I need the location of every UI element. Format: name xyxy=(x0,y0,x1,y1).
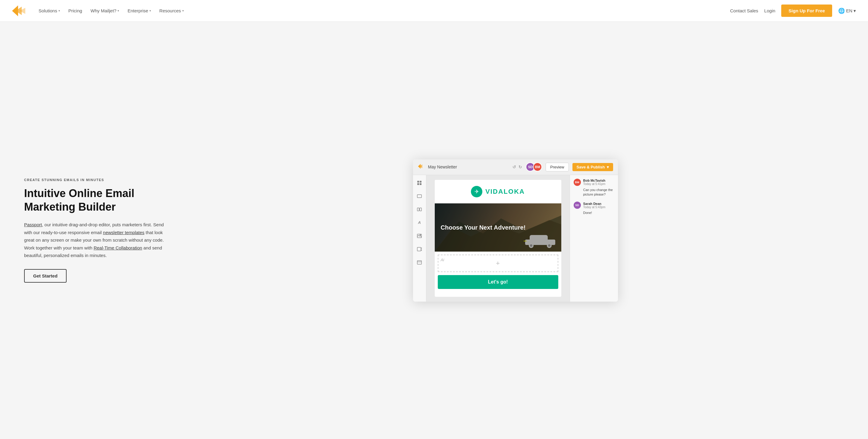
preview-button[interactable]: Preview xyxy=(546,163,568,171)
hero-left-content: CREATE STUNNING EMAILS IN MINUTES Intuit… xyxy=(24,178,169,283)
mockup-body: A xyxy=(413,175,618,302)
comment-timestamp: Today at 5:41pm xyxy=(583,182,614,186)
avatar-bm: BM xyxy=(533,162,542,171)
svg-rect-5 xyxy=(417,181,419,183)
comment-avatar-sd: SD xyxy=(574,201,581,209)
newsletter-templates-link[interactable]: newsletter templates xyxy=(103,230,145,235)
nav-links: Solutions ▾ Pricing Why Mailjet? ▾ Enter… xyxy=(38,8,720,13)
comment-header: BM Bob McTavish Today at 5:41pm xyxy=(574,179,614,186)
sidebar-social-icon[interactable] xyxy=(415,258,424,266)
passport-link[interactable]: Passport xyxy=(24,222,42,227)
comment-timestamp: Today at 5:43pm xyxy=(583,206,614,209)
svg-rect-10 xyxy=(417,208,419,211)
mockup-editor-sidebar: A xyxy=(413,175,426,302)
svg-rect-8 xyxy=(420,183,422,185)
sidebar-blocks-icon[interactable] xyxy=(415,179,424,187)
svg-rect-11 xyxy=(420,208,422,211)
svg-rect-7 xyxy=(417,183,419,185)
sidebar-layout-2col-icon[interactable] xyxy=(415,205,424,214)
comment-avatar-bm: BM xyxy=(574,179,581,186)
email-builder-mockup: May Newsletter ↺ ↻ SD BM Preview Save & … xyxy=(413,159,618,302)
hero-title: Intuitive Online Email Marketing Builder xyxy=(24,187,169,214)
save-publish-button[interactable]: Save & Publish ▾ xyxy=(572,163,613,171)
chevron-down-icon: ▾ xyxy=(118,9,119,12)
globe-icon: 🌐 xyxy=(838,7,845,14)
comments-panel: BM Bob McTavish Today at 5:41pm Can you … xyxy=(570,175,618,302)
email-template: ✈ VIDALOKA xyxy=(435,180,561,297)
undo-redo-controls: ↺ ↻ xyxy=(513,164,522,169)
nav-pricing[interactable]: Pricing xyxy=(68,8,82,13)
add-content-icon: + xyxy=(496,259,500,267)
signup-button[interactable]: Sign Up For Free xyxy=(781,4,832,17)
chevron-down-icon: ▾ xyxy=(854,8,856,13)
nav-solutions[interactable]: Solutions ▾ xyxy=(38,8,60,13)
collaborator-avatars: SD BM xyxy=(526,162,542,171)
vidaloka-brand-name: VIDALOKA xyxy=(485,188,525,195)
comment-item: SD Sarah Dean Today at 5:43pm Done! xyxy=(574,201,614,215)
ai-text-indicator: Ai xyxy=(441,258,444,262)
sidebar-video-icon[interactable] xyxy=(415,245,424,253)
hero-eyebrow: CREATE STUNNING EMAILS IN MINUTES xyxy=(24,178,169,182)
mockup-topbar: May Newsletter ↺ ↻ SD BM Preview Save & … xyxy=(413,159,618,175)
comment-author-name: Sarah Dean xyxy=(583,202,614,206)
real-time-collaboration-link[interactable]: Real-Time Collaboration xyxy=(94,245,142,250)
nav-resources[interactable]: Resources ▾ xyxy=(159,8,184,13)
language-selector[interactable]: 🌐 EN ▾ xyxy=(838,7,856,14)
mockup-document-title: May Newsletter xyxy=(428,164,509,169)
hero-description: Passport, our intuitive drag-and-drop ed… xyxy=(24,221,169,259)
svg-rect-14 xyxy=(417,247,421,251)
comment-header: SD Sarah Dean Today at 5:43pm xyxy=(574,201,614,209)
login-link[interactable]: Login xyxy=(764,8,776,13)
sidebar-image-icon[interactable] xyxy=(415,232,424,240)
email-logo-header: ✈ VIDALOKA xyxy=(435,180,561,203)
mockup-logo-icon xyxy=(418,164,425,170)
vidaloka-logo-icon: ✈ xyxy=(471,186,483,197)
svg-rect-6 xyxy=(420,181,422,183)
contact-sales-link[interactable]: Contact Sales xyxy=(730,8,758,13)
svg-point-13 xyxy=(420,234,421,235)
sidebar-text-icon[interactable]: A xyxy=(415,218,424,227)
comment-item: BM Bob McTavish Today at 5:41pm Can you … xyxy=(574,179,614,197)
email-cta-button[interactable]: Let's go! xyxy=(438,275,558,289)
dropdown-arrow-icon: ▾ xyxy=(607,165,609,169)
email-canvas-area: ✈ VIDALOKA xyxy=(426,175,570,302)
nav-enterprise[interactable]: Enterprise ▾ xyxy=(127,8,151,13)
chevron-down-icon: ▾ xyxy=(149,9,151,12)
hero-right-mockup: May Newsletter ↺ ↻ SD BM Preview Save & … xyxy=(187,159,844,302)
nav-right: Contact Sales Login Sign Up For Free 🌐 E… xyxy=(730,4,856,17)
undo-icon[interactable]: ↺ xyxy=(513,164,516,169)
email-hero-image[interactable]: Choose Your Next Adventure! xyxy=(435,203,561,252)
comment-author-name: Bob McTavish xyxy=(583,179,614,182)
sidebar-layout-1col-icon[interactable] xyxy=(415,192,424,200)
vidaloka-brand: ✈ VIDALOKA xyxy=(471,186,525,197)
svg-rect-9 xyxy=(417,195,422,198)
email-hero-overlay: Choose Your Next Adventure! xyxy=(435,203,561,252)
redo-icon[interactable]: ↻ xyxy=(519,164,522,169)
svg-rect-15 xyxy=(417,261,422,264)
chevron-down-icon: ▾ xyxy=(182,9,184,12)
email-hero-text: Choose Your Next Adventure! xyxy=(441,224,526,231)
comment-body: Done! xyxy=(583,211,614,215)
navbar: Solutions ▾ Pricing Why Mailjet? ▾ Enter… xyxy=(0,0,868,22)
chevron-down-icon: ▾ xyxy=(58,9,60,12)
navbar-logo[interactable] xyxy=(12,5,27,16)
email-text-dropzone[interactable]: Ai + xyxy=(438,255,558,272)
nav-why-mailjet[interactable]: Why Mailjet? ▾ xyxy=(91,8,119,13)
comment-body: Can you change the picture please? xyxy=(583,188,614,197)
hero-section: CREATE STUNNING EMAILS IN MINUTES Intuit… xyxy=(0,22,868,439)
get-started-button[interactable]: Get Started xyxy=(24,269,67,283)
